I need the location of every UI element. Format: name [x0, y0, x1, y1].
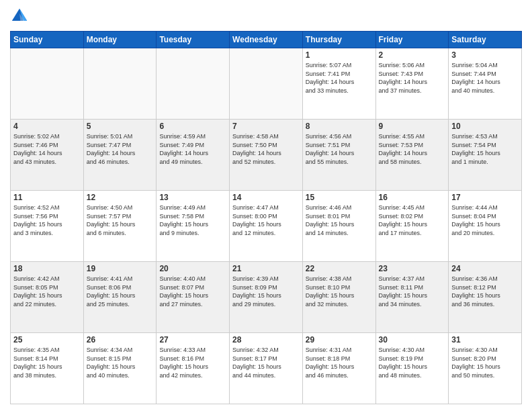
day-info: Sunrise: 4:58 AM Sunset: 7:50 PM Dayligh… [232, 132, 300, 166]
day-number: 13 [159, 193, 226, 202]
calendar-week-row: 11Sunrise: 4:52 AM Sunset: 7:56 PM Dayli… [11, 191, 522, 262]
calendar-cell: 20Sunrise: 4:40 AM Sunset: 8:07 PM Dayli… [157, 262, 230, 333]
day-info: Sunrise: 5:07 AM Sunset: 7:41 PM Dayligh… [306, 61, 373, 95]
weekday-header-thursday: Thursday [302, 32, 375, 48]
calendar-cell [157, 48, 230, 120]
day-info: Sunrise: 4:33 AM Sunset: 8:16 PM Dayligh… [159, 346, 226, 379]
day-info: Sunrise: 4:32 AM Sunset: 8:17 PM Dayligh… [232, 346, 300, 379]
day-info: Sunrise: 5:02 AM Sunset: 7:46 PM Dayligh… [13, 132, 81, 166]
day-number: 4 [13, 122, 81, 131]
day-info: Sunrise: 4:47 AM Sunset: 8:00 PM Dayligh… [232, 203, 300, 237]
day-number: 27 [159, 335, 226, 345]
calendar-cell: 24Sunrise: 4:36 AM Sunset: 8:12 PM Dayli… [449, 262, 522, 333]
day-number: 12 [87, 193, 154, 202]
day-number: 6 [159, 122, 226, 131]
day-number: 26 [87, 335, 154, 345]
calendar-cell: 30Sunrise: 4:30 AM Sunset: 8:19 PM Dayli… [375, 333, 449, 404]
page: SundayMondayTuesdayWednesdayThursdayFrid… [0, 0, 532, 411]
day-info: Sunrise: 4:53 AM Sunset: 7:54 PM Dayligh… [451, 132, 519, 166]
day-number: 15 [306, 193, 373, 202]
calendar-cell: 5Sunrise: 5:01 AM Sunset: 7:47 PM Daylig… [83, 120, 157, 191]
day-number: 14 [232, 193, 300, 202]
day-info: Sunrise: 4:34 AM Sunset: 8:15 PM Dayligh… [87, 346, 154, 379]
weekday-header-row: SundayMondayTuesdayWednesdayThursdayFrid… [11, 32, 522, 48]
day-number: 30 [379, 335, 446, 345]
calendar-cell: 9Sunrise: 4:55 AM Sunset: 7:53 PM Daylig… [375, 120, 449, 191]
header [10, 7, 522, 26]
day-info: Sunrise: 4:39 AM Sunset: 8:09 PM Dayligh… [232, 275, 300, 308]
day-number: 19 [87, 264, 154, 273]
calendar-cell: 22Sunrise: 4:38 AM Sunset: 8:10 PM Dayli… [302, 262, 375, 333]
day-number: 18 [13, 264, 81, 273]
day-number: 31 [451, 335, 519, 345]
day-number: 9 [379, 122, 446, 131]
day-info: Sunrise: 4:30 AM Sunset: 8:20 PM Dayligh… [451, 346, 519, 379]
day-number: 7 [232, 122, 300, 131]
day-info: Sunrise: 4:55 AM Sunset: 7:53 PM Dayligh… [379, 132, 446, 166]
weekday-header-friday: Friday [375, 32, 449, 48]
day-info: Sunrise: 4:38 AM Sunset: 8:10 PM Dayligh… [306, 275, 373, 308]
weekday-header-monday: Monday [83, 32, 157, 48]
day-number: 8 [306, 122, 373, 131]
calendar-cell: 6Sunrise: 4:59 AM Sunset: 7:49 PM Daylig… [157, 120, 230, 191]
day-number: 1 [306, 50, 373, 60]
calendar-cell: 14Sunrise: 4:47 AM Sunset: 8:00 PM Dayli… [230, 191, 303, 262]
day-number: 29 [306, 335, 373, 345]
day-info: Sunrise: 4:41 AM Sunset: 8:06 PM Dayligh… [87, 275, 154, 308]
calendar-cell: 13Sunrise: 4:49 AM Sunset: 7:58 PM Dayli… [157, 191, 230, 262]
day-number: 28 [232, 335, 300, 345]
calendar-cell: 29Sunrise: 4:31 AM Sunset: 8:18 PM Dayli… [302, 333, 375, 404]
day-info: Sunrise: 4:44 AM Sunset: 8:04 PM Dayligh… [451, 203, 519, 237]
calendar-cell: 19Sunrise: 4:41 AM Sunset: 8:06 PM Dayli… [83, 262, 157, 333]
calendar-cell: 11Sunrise: 4:52 AM Sunset: 7:56 PM Dayli… [11, 191, 84, 262]
day-info: Sunrise: 4:31 AM Sunset: 8:18 PM Dayligh… [306, 346, 373, 379]
day-info: Sunrise: 4:52 AM Sunset: 7:56 PM Dayligh… [13, 203, 81, 237]
calendar-week-row: 25Sunrise: 4:35 AM Sunset: 8:14 PM Dayli… [11, 333, 522, 404]
calendar-cell: 27Sunrise: 4:33 AM Sunset: 8:16 PM Dayli… [157, 333, 230, 404]
day-info: Sunrise: 5:06 AM Sunset: 7:43 PM Dayligh… [379, 61, 446, 95]
calendar-cell: 23Sunrise: 4:37 AM Sunset: 8:11 PM Dayli… [375, 262, 449, 333]
calendar-cell: 18Sunrise: 4:42 AM Sunset: 8:05 PM Dayli… [11, 262, 84, 333]
day-info: Sunrise: 4:35 AM Sunset: 8:14 PM Dayligh… [13, 346, 81, 379]
day-number: 17 [451, 193, 519, 202]
calendar-cell: 3Sunrise: 5:04 AM Sunset: 7:44 PM Daylig… [449, 48, 522, 120]
calendar-cell: 1Sunrise: 5:07 AM Sunset: 7:41 PM Daylig… [302, 48, 375, 120]
weekday-header-wednesday: Wednesday [230, 32, 303, 48]
day-info: Sunrise: 4:45 AM Sunset: 8:02 PM Dayligh… [379, 203, 446, 237]
weekday-header-tuesday: Tuesday [157, 32, 230, 48]
day-info: Sunrise: 4:30 AM Sunset: 8:19 PM Dayligh… [379, 346, 446, 379]
calendar-cell [11, 48, 84, 120]
calendar-cell: 31Sunrise: 4:30 AM Sunset: 8:20 PM Dayli… [449, 333, 522, 404]
logo-icon [10, 7, 29, 26]
day-info: Sunrise: 4:56 AM Sunset: 7:51 PM Dayligh… [306, 132, 373, 166]
calendar-cell: 10Sunrise: 4:53 AM Sunset: 7:54 PM Dayli… [449, 120, 522, 191]
day-number: 11 [13, 193, 81, 202]
day-number: 20 [159, 264, 226, 273]
calendar-cell: 16Sunrise: 4:45 AM Sunset: 8:02 PM Dayli… [375, 191, 449, 262]
calendar-cell: 15Sunrise: 4:46 AM Sunset: 8:01 PM Dayli… [302, 191, 375, 262]
calendar-week-row: 1Sunrise: 5:07 AM Sunset: 7:41 PM Daylig… [11, 48, 522, 120]
day-info: Sunrise: 5:01 AM Sunset: 7:47 PM Dayligh… [87, 132, 154, 166]
day-number: 2 [379, 50, 446, 60]
calendar-cell [83, 48, 157, 120]
day-number: 3 [451, 50, 519, 60]
calendar-cell: 2Sunrise: 5:06 AM Sunset: 7:43 PM Daylig… [375, 48, 449, 120]
calendar-cell: 21Sunrise: 4:39 AM Sunset: 8:09 PM Dayli… [230, 262, 303, 333]
calendar-cell: 28Sunrise: 4:32 AM Sunset: 8:17 PM Dayli… [230, 333, 303, 404]
day-info: Sunrise: 4:36 AM Sunset: 8:12 PM Dayligh… [451, 275, 519, 308]
day-info: Sunrise: 5:04 AM Sunset: 7:44 PM Dayligh… [451, 61, 519, 95]
calendar-week-row: 4Sunrise: 5:02 AM Sunset: 7:46 PM Daylig… [11, 120, 522, 191]
day-info: Sunrise: 4:50 AM Sunset: 7:57 PM Dayligh… [87, 203, 154, 237]
calendar-table: SundayMondayTuesdayWednesdayThursdayFrid… [10, 31, 522, 404]
day-number: 22 [306, 264, 373, 273]
weekday-header-saturday: Saturday [449, 32, 522, 48]
day-info: Sunrise: 4:37 AM Sunset: 8:11 PM Dayligh… [379, 275, 446, 308]
calendar-cell: 25Sunrise: 4:35 AM Sunset: 8:14 PM Dayli… [11, 333, 84, 404]
day-number: 16 [379, 193, 446, 202]
calendar-cell: 4Sunrise: 5:02 AM Sunset: 7:46 PM Daylig… [11, 120, 84, 191]
calendar-cell: 8Sunrise: 4:56 AM Sunset: 7:51 PM Daylig… [302, 120, 375, 191]
calendar-week-row: 18Sunrise: 4:42 AM Sunset: 8:05 PM Dayli… [11, 262, 522, 333]
day-number: 24 [451, 264, 519, 273]
day-info: Sunrise: 4:40 AM Sunset: 8:07 PM Dayligh… [159, 275, 226, 308]
day-number: 5 [87, 122, 154, 131]
